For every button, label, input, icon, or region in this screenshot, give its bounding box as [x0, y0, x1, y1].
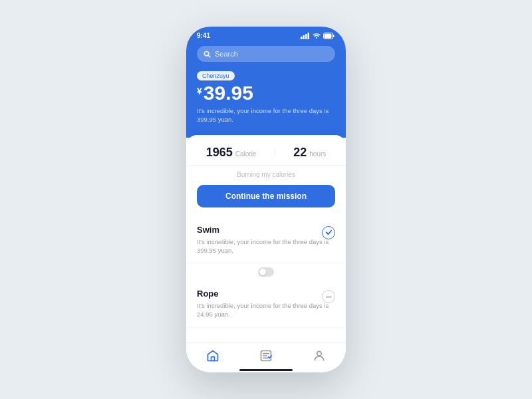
svg-rect-0	[301, 37, 303, 39]
nav-profile[interactable]	[307, 348, 331, 364]
profile-icon	[313, 349, 326, 362]
svg-rect-6	[333, 35, 334, 37]
stats-row: 1965 Calorie 22 hours	[186, 135, 346, 166]
price-description: It's incredible, your income for the thr…	[197, 106, 335, 124]
svg-point-15	[317, 351, 322, 356]
svg-line-9	[208, 55, 210, 57]
status-time: 9:41	[197, 32, 210, 39]
tag-badge: Chenzuyu	[197, 71, 235, 80]
signal-icon	[301, 33, 310, 39]
burning-text: Burning my calories	[186, 166, 346, 185]
hours-value: 22	[293, 146, 307, 160]
calorie-stat: 1965 Calorie	[206, 146, 257, 160]
search-placeholder: Search	[215, 50, 238, 58]
nav-home[interactable]	[201, 348, 225, 364]
stat-divider	[275, 148, 275, 157]
svg-rect-2	[305, 34, 307, 39]
svg-rect-3	[308, 33, 310, 39]
rope-desc: It's incredible, your income for the thr…	[197, 301, 335, 319]
continue-button[interactable]: Continue the mission	[197, 185, 335, 207]
svg-rect-1	[303, 35, 305, 39]
wifi-icon	[313, 33, 321, 39]
price-value: 39.95	[203, 83, 253, 103]
toggle-row	[186, 263, 346, 281]
hours-stat: 22 hours	[293, 146, 326, 160]
search-icon	[203, 51, 211, 58]
calorie-label: Calorie	[235, 150, 257, 158]
swim-desc: It's incredible, your income for the thr…	[197, 237, 335, 255]
activity-item-rope: Rope It's incredible, your income for th…	[186, 281, 346, 328]
svg-point-12	[326, 296, 327, 297]
svg-rect-7	[325, 33, 332, 38]
calorie-value: 1965	[206, 146, 233, 160]
battery-icon	[323, 33, 335, 39]
nav-activity[interactable]	[254, 348, 278, 364]
swim-title: Swim	[197, 225, 335, 235]
svg-point-10	[328, 296, 329, 297]
home-indicator	[239, 369, 293, 371]
hours-label: hours	[309, 150, 326, 158]
status-bar: 9:41	[186, 27, 346, 42]
activity-icon	[259, 349, 273, 362]
phone-frame: 9:41	[186, 27, 346, 372]
home-icon	[206, 349, 219, 362]
activity-item-swim: Swim It's incredible, your income for th…	[186, 217, 346, 264]
svg-rect-13	[211, 357, 215, 361]
rope-title: Rope	[197, 289, 335, 299]
search-bar[interactable]: Search	[197, 46, 335, 62]
main-card: 1965 Calorie 22 hours Burning my calorie…	[186, 135, 346, 342]
currency-symbol: ¥	[197, 86, 202, 96]
header-area: Search Chenzuyu ¥ 39.95 It's incredible,…	[186, 42, 346, 138]
price-row: ¥ 39.95	[197, 83, 335, 103]
toggle-switch[interactable]	[258, 267, 274, 277]
bottom-nav	[186, 342, 346, 366]
status-icons	[301, 33, 335, 39]
swim-check-icon[interactable]	[322, 226, 335, 239]
svg-point-11	[330, 296, 331, 297]
svg-point-4	[316, 37, 317, 39]
